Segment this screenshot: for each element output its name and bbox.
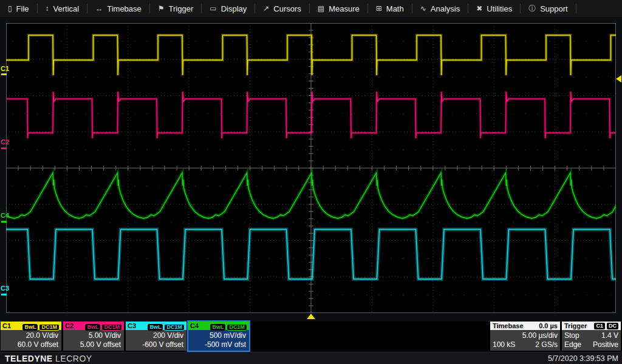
zero-level-marker-c2[interactable] [1,147,7,149]
menu-file[interactable]: ▯File [0,0,37,17]
volts-per-div: 200 V/div [129,331,183,340]
offset: 60.0 V offset [4,340,58,349]
menu-display-label: Display [221,4,247,13]
bandwidth-limit-badge: BwL [210,324,225,331]
menu-support-label: Support [540,4,568,13]
timebase-title: Timebase [493,322,524,329]
menu-file-label: File [16,4,29,13]
trigger-mode: Stop [564,331,579,340]
datetime: 5/7/2020 3:39:53 PM [548,354,622,363]
trigger-icon: ⚑ [158,5,165,12]
menu-support[interactable]: ⓘSupport [521,0,576,17]
menu-cursors[interactable]: ↗Cursors [255,0,309,17]
bandwidth-limit-badge: BwL [22,324,38,331]
channel-id: C3 [128,322,136,329]
descriptor-row: C1BwLDC1M20.0 V/div60.0 V offsetC2BwLDC1… [0,322,622,351]
channel-descriptor-c2[interactable]: C2BwLDC1M5.00 V/div5.00 V offset [63,322,124,351]
offset: 5.00 V offset [66,340,121,349]
trace-label-c1[interactable]: C1 [1,66,9,72]
trigger-source-badge: C1 [594,323,605,329]
timebase-descriptor[interactable]: Timebase 0.0 µs 5.00 µs/div 100 kS 2 GS/… [490,322,560,351]
coupling-badge: DC1M [227,324,247,331]
menu-analysis-label: Analysis [431,4,460,13]
menu-timebase[interactable]: ↔Timebase [87,0,149,17]
menu-trigger[interactable]: ⚑Trigger [150,0,201,17]
offset: -600 V offset [129,340,183,349]
utilities-icon: ✖ [476,5,482,12]
channel-settings: 20.0 V/div60.0 V offset [1,330,61,349]
menu-math-label: Math [386,4,404,13]
zero-level-marker-c4[interactable] [1,221,7,223]
timebase-samples: 100 kS [493,340,515,349]
coupling-badge: DC1M [164,324,185,331]
channel-header: C3BwLDC1M [126,322,186,330]
waveform-stage: C1C2C4C3 [0,17,622,322]
trigger-descriptor[interactable]: Trigger C1 DC Stop 1.4 V Edge Positive [562,322,621,351]
measure-icon: ▤ [318,5,324,12]
channel-header: C2BwLDC1M [63,322,124,330]
trigger-level: 1.4 V [601,331,618,340]
analysis-icon: ∿ [420,5,426,12]
menu-utilities[interactable]: ✖Utilities [468,0,520,17]
channel-header: C1BwLDC1M [1,322,61,330]
menu-analysis[interactable]: ∿Analysis [412,0,468,17]
channel-id: C4 [190,322,199,329]
menu-measure-label: Measure [329,4,360,13]
bandwidth-limit-badge: BwL [148,324,163,331]
bandwidth-limit-badge: BwL [85,324,100,331]
menu-cursors-label: Cursors [273,4,301,13]
timebase-value: 0.0 µs [539,322,558,329]
channel-id: C1 [2,322,11,329]
display-icon: ▭ [210,5,216,12]
menu-trigger-label: Trigger [169,4,194,13]
menu-bar: ▯File↕Vertical↔Timebase⚑Trigger▭Display↗… [0,0,622,18]
trigger-title: Trigger [564,322,587,329]
menu-vertical[interactable]: ↕Vertical [38,0,87,17]
trigger-level-arrow[interactable] [616,75,621,83]
coupling-badge: DC1M [101,324,122,331]
vertical-icon: ↕ [46,5,49,12]
trace-label-c3[interactable]: C3 [1,285,9,292]
menu-display[interactable]: ▭Display [202,0,255,17]
channel-header: C4BwLDC1M [188,322,249,330]
channel-settings: 200 V/div-600 V offset [126,330,186,349]
trigger-position-arrow[interactable] [307,314,315,319]
file-icon: ▯ [8,5,12,12]
timebase-icon: ↔ [95,5,103,12]
menu-math[interactable]: ⊞Math [368,0,412,17]
menu-vertical-label: Vertical [53,4,80,13]
brand-lecroy: LECROY [55,354,92,363]
channel-id: C2 [65,322,73,329]
trigger-type: Edge [564,340,581,349]
zero-level-marker-c3[interactable] [1,294,7,295]
cursors-icon: ↗ [263,5,269,12]
waveform-plot[interactable] [6,23,616,313]
menu-separator [576,4,576,13]
trigger-slope: Positive [593,340,618,349]
status-bar: TELEDYNE LECROY 5/7/2020 3:39:53 PM [0,352,622,364]
menu-measure[interactable]: ▤Measure [310,0,367,17]
brand-logo: TELEDYNE LECROY [0,354,92,363]
scope-grid-and-traces [6,23,616,313]
volts-per-div: 20.0 V/div [4,331,58,340]
volts-per-div: 500 mV/div [191,331,246,340]
channel-descriptor-c4[interactable]: C4BwLDC1M500 mV/div-500 mV ofst [188,322,249,351]
trace-label-c2[interactable]: C2 [1,139,9,146]
offset: -500 mV ofst [191,340,246,349]
channel-descriptor-c3[interactable]: C3BwLDC1M200 V/div-600 V offset [126,322,186,351]
zero-level-marker-c1[interactable] [1,73,7,75]
menu-timebase-label: Timebase [107,4,142,13]
menu-utilities-label: Utilities [487,4,512,13]
volts-per-div: 5.00 V/div [66,331,121,340]
coupling-badge: DC1M [39,324,60,331]
channel-settings: 500 mV/div-500 mV ofst [188,330,249,349]
support-icon: ⓘ [528,5,536,12]
trigger-coupling-badge: DC [607,323,618,329]
math-icon: ⊞ [376,5,382,12]
trace-label-c4[interactable]: C4 [1,212,9,219]
timebase-scale: 5.00 µs/div [493,331,558,340]
channel-settings: 5.00 V/div5.00 V offset [63,330,124,349]
channel-descriptor-c1[interactable]: C1BwLDC1M20.0 V/div60.0 V offset [1,322,61,351]
timebase-samplerate: 2 GS/s [535,340,558,349]
brand-teledyne: TELEDYNE [5,354,53,363]
